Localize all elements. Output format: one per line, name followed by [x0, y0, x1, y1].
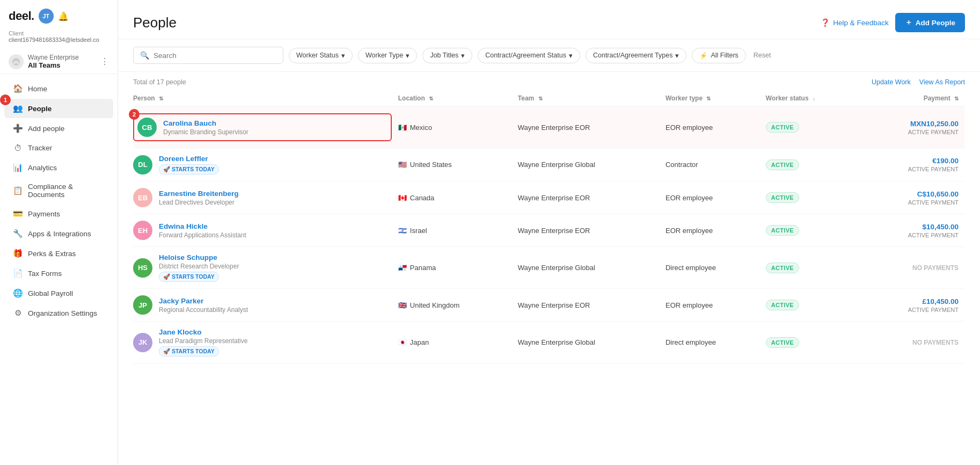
worker-type-label: Worker Type: [365, 52, 403, 59]
location-name: Israel: [410, 227, 427, 235]
page-header: People ❓ Help & Feedback ＋ Add People: [118, 0, 980, 39]
payment-cell: €190.00ACTIVE PAYMENT: [864, 148, 965, 181]
view-as-report-button[interactable]: View As Report: [919, 78, 965, 86]
location-cell: 🇬🇧United Kingdom: [398, 301, 511, 309]
flag-icon: 🇮🇱: [398, 227, 407, 235]
sort-icon-team: ⇅: [538, 96, 543, 101]
flag-icon: 🇵🇦: [398, 264, 407, 272]
person-name[interactable]: Doreen Leffler: [159, 155, 219, 163]
help-feedback-button[interactable]: ❓ Help & Feedback: [821, 18, 889, 27]
person-title: Lead Paradigm Representative: [159, 337, 247, 345]
org-info: Wayne Enterprise All Teams: [28, 54, 79, 69]
sidebar-item-settings-label: Organization Settings: [28, 309, 97, 317]
flag-icon: 🇺🇸: [398, 161, 407, 169]
person-name[interactable]: Jane Klocko: [159, 328, 247, 336]
people-table: Person ⇅ Location ⇅ Team ⇅ Worker type ⇅: [133, 90, 965, 364]
location-cell: 🇨🇦Canada: [398, 194, 511, 202]
search-input[interactable]: [153, 52, 276, 60]
avatar: HS: [133, 258, 152, 278]
payment-amount: NO PAYMENTS: [864, 339, 959, 346]
worker-status-filter[interactable]: Worker Status ▾: [289, 48, 353, 63]
worker-type-filter[interactable]: Worker Type ▾: [358, 48, 417, 63]
sidebar-item-analytics[interactable]: 📊 Analytics: [4, 158, 113, 177]
reset-label: Reset: [754, 52, 771, 59]
job-titles-filter[interactable]: Job Titles ▾: [422, 48, 472, 63]
sidebar-item-perks[interactable]: 🎁 Perks & Extras: [4, 244, 113, 263]
org-menu-icon[interactable]: ⋮: [100, 56, 109, 67]
person-title: Dynamic Branding Supervisor: [163, 128, 248, 136]
status-badge: ACTIVE: [766, 122, 799, 133]
table-row: HSHeloise SchuppeDistrict Research Devel…: [133, 247, 965, 289]
col-person[interactable]: Person ⇅: [133, 90, 398, 107]
sidebar-item-payroll[interactable]: 🌐 Global Payroll: [4, 284, 113, 303]
worker-type-cell: Direct employee: [665, 247, 766, 289]
update-work-button[interactable]: Update Work: [872, 78, 911, 86]
col-payment[interactable]: Payment ⇅: [864, 90, 965, 107]
payment-amount: NO PAYMENTS: [864, 264, 959, 272]
sidebar-item-tax[interactable]: 📄 Tax Forms: [4, 264, 113, 283]
apps-icon: 🔧: [13, 229, 23, 238]
notifications-icon[interactable]: 🔔: [58, 11, 69, 21]
search-icon: 🔍: [140, 51, 149, 60]
contract-status-filter[interactable]: Contract/Agreement Status ▾: [478, 48, 580, 63]
person-name[interactable]: Jacky Parker: [159, 297, 248, 305]
sidebar-item-add-people[interactable]: ➕ Add people: [4, 119, 113, 138]
sidebar-item-analytics-label: Analytics: [28, 164, 57, 172]
col-worker-status[interactable]: Worker status ↓: [766, 90, 865, 107]
sidebar-item-tracker[interactable]: ⏱ Tracker: [4, 139, 113, 157]
filter-icon: ⚡: [699, 52, 708, 60]
page-title: People: [133, 14, 177, 31]
payment-amount: €190.00: [864, 157, 959, 165]
add-people-button[interactable]: ＋ Add People: [895, 13, 965, 32]
sidebar-item-compliance[interactable]: 📋 Compliance & Documents: [4, 178, 113, 204]
team-cell: Wayne Enterprise EOR: [518, 181, 665, 214]
worker-type-cell: EOR employee: [665, 181, 766, 214]
col-team[interactable]: Team ⇅: [518, 90, 665, 107]
sidebar-item-payments[interactable]: 💳 Payments: [4, 204, 113, 223]
col-worker-type[interactable]: Worker type ⇅: [665, 90, 766, 107]
sidebar-item-people[interactable]: 1 👥 People: [4, 99, 113, 118]
reset-button[interactable]: Reset: [751, 52, 773, 59]
person-name[interactable]: Earnestine Breitenberg: [159, 190, 239, 198]
table-header-row: Person ⇅ Location ⇅ Team ⇅ Worker type ⇅: [133, 90, 965, 107]
sidebar-item-apps[interactable]: 🔧 Apps & Integrations: [4, 224, 113, 243]
client-label: Client: [9, 30, 109, 37]
payment-label: ACTIVE PAYMENT: [864, 166, 959, 172]
team-cell: Wayne Enterprise EOR: [518, 107, 665, 148]
org-selector[interactable]: Wayne Enterprise All Teams ⋮: [0, 49, 118, 74]
sidebar-item-payroll-label: Global Payroll: [28, 289, 73, 297]
location-name: Mexico: [410, 123, 432, 132]
payment-amount: C$10,650.00: [864, 190, 959, 198]
person-name[interactable]: Edwina Hickle: [159, 222, 246, 230]
org-name: Wayne Enterprise: [28, 54, 79, 61]
payment-label: ACTIVE PAYMENT: [864, 232, 959, 238]
total-count: Total of 17 people: [133, 78, 186, 86]
person-name[interactable]: Carolina Bauch: [163, 119, 248, 127]
payment-label: ACTIVE PAYMENT: [864, 307, 959, 313]
location-name: Canada: [410, 194, 435, 202]
status-cell: ACTIVE: [766, 107, 865, 148]
all-filters-button[interactable]: ⚡ All Filters: [692, 48, 745, 63]
payment-amount: £10,450.00: [864, 297, 959, 306]
contract-status-label: Contract/Agreement Status: [485, 52, 566, 59]
add-people-icon: ➕: [13, 123, 23, 133]
payroll-icon: 🌐: [13, 288, 23, 298]
chevron-down-icon: ▾: [406, 52, 409, 60]
payment-cell: NO PAYMENTS: [864, 322, 965, 364]
search-box[interactable]: 🔍: [133, 47, 283, 64]
col-person-label: Person: [133, 95, 155, 102]
sidebar-item-home[interactable]: 🏠 Home: [4, 79, 113, 98]
flag-icon: 🇬🇧: [398, 301, 407, 309]
worker-type-cell: EOR employee: [665, 214, 766, 247]
col-location[interactable]: Location ⇅: [398, 90, 518, 107]
person-title: Lead Directives Developer: [159, 199, 239, 206]
contract-types-filter[interactable]: Contract/Agreement Types ▾: [586, 48, 686, 63]
sort-icon-person: ⇅: [159, 96, 163, 101]
step1-badge: 1: [0, 95, 11, 105]
sidebar-item-apps-label: Apps & Integrations: [28, 230, 91, 238]
worker-type-cell: EOR employee: [665, 289, 766, 322]
chevron-down-icon: ▾: [675, 52, 679, 60]
location-cell: 🇯🇵Japan: [398, 338, 511, 346]
person-name[interactable]: Heloise Schuppe: [159, 253, 239, 261]
sidebar-item-settings[interactable]: ⚙ Organization Settings: [4, 303, 113, 323]
